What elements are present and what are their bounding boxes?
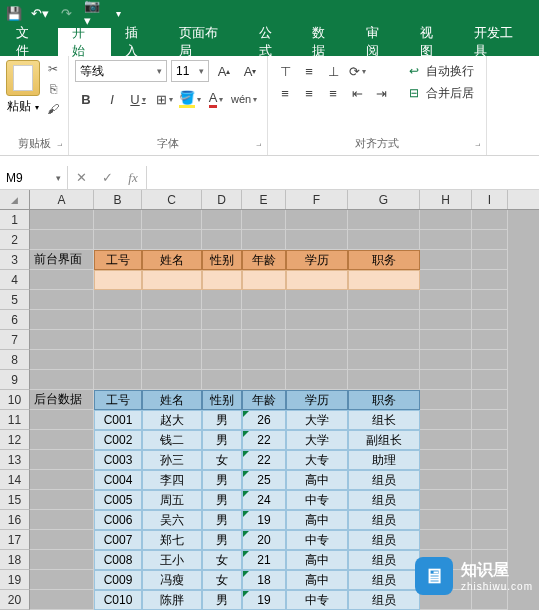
fx-icon[interactable]: fx xyxy=(120,170,146,186)
cell[interactable]: 中专 xyxy=(286,530,348,550)
qat-more-icon[interactable]: ▾ xyxy=(110,5,126,21)
cell[interactable] xyxy=(286,210,348,230)
row-header[interactable]: 1 xyxy=(0,210,30,230)
cell[interactable] xyxy=(30,230,94,250)
tab-layout[interactable]: 页面布局 xyxy=(165,28,244,56)
cell[interactable]: 19 xyxy=(242,510,286,530)
cell[interactable] xyxy=(472,330,508,350)
cell[interactable]: 助理 xyxy=(348,450,420,470)
row-header[interactable]: 2 xyxy=(0,230,30,250)
row-header[interactable]: 11 xyxy=(0,410,30,430)
cell[interactable] xyxy=(30,430,94,450)
cell[interactable] xyxy=(30,530,94,550)
col-header[interactable]: C xyxy=(142,190,202,209)
cell[interactable]: 25 xyxy=(242,470,286,490)
cell[interactable] xyxy=(242,370,286,390)
cell[interactable]: 大学 xyxy=(286,410,348,430)
cell[interactable] xyxy=(420,350,472,370)
cell[interactable] xyxy=(142,370,202,390)
cell[interactable] xyxy=(142,290,202,310)
cell[interactable] xyxy=(420,530,472,550)
cell[interactable]: 组员 xyxy=(348,570,420,590)
cell[interactable] xyxy=(286,350,348,370)
cell[interactable] xyxy=(420,310,472,330)
cell[interactable]: 男 xyxy=(202,470,242,490)
fill-color-button[interactable]: 🪣 xyxy=(179,88,201,110)
cell[interactable]: 周五 xyxy=(142,490,202,510)
cell[interactable] xyxy=(420,230,472,250)
cell[interactable]: 大专 xyxy=(286,450,348,470)
tab-formulas[interactable]: 公式 xyxy=(245,28,299,56)
cell[interactable] xyxy=(420,290,472,310)
cell[interactable]: 李四 xyxy=(142,470,202,490)
cell[interactable]: 性别 xyxy=(202,250,242,270)
row-header[interactable]: 7 xyxy=(0,330,30,350)
cell[interactable]: 年龄 xyxy=(242,390,286,410)
cell[interactable]: C004 xyxy=(94,470,142,490)
cell[interactable] xyxy=(472,450,508,470)
cell[interactable] xyxy=(286,290,348,310)
cell[interactable] xyxy=(202,370,242,390)
cell[interactable]: 21 xyxy=(242,550,286,570)
camera-icon[interactable]: 📷▾ xyxy=(84,5,100,21)
cell[interactable] xyxy=(472,430,508,450)
cell[interactable] xyxy=(30,210,94,230)
cell[interactable] xyxy=(472,270,508,290)
cell[interactable] xyxy=(472,530,508,550)
name-box[interactable]: M9 xyxy=(0,166,68,189)
cell[interactable] xyxy=(94,210,142,230)
cell[interactable]: 组员 xyxy=(348,590,420,610)
row-header[interactable]: 8 xyxy=(0,350,30,370)
cell[interactable]: 女 xyxy=(202,550,242,570)
cell[interactable]: 组长 xyxy=(348,410,420,430)
border-button[interactable]: ⊞ xyxy=(153,88,175,110)
cell[interactable] xyxy=(420,510,472,530)
cell[interactable] xyxy=(348,330,420,350)
cell[interactable]: 后台数据 xyxy=(30,390,94,410)
enter-formula-icon[interactable]: ✓ xyxy=(94,170,120,185)
cell[interactable]: 年龄 xyxy=(242,250,286,270)
cell[interactable] xyxy=(94,350,142,370)
orientation-icon[interactable]: ⟳ xyxy=(346,60,368,82)
bold-button[interactable]: B xyxy=(75,88,97,110)
col-header[interactable]: F xyxy=(286,190,348,209)
cell[interactable]: 20 xyxy=(242,530,286,550)
cell[interactable] xyxy=(420,370,472,390)
cell[interactable] xyxy=(420,410,472,430)
cell[interactable]: 18 xyxy=(242,570,286,590)
col-header[interactable]: G xyxy=(348,190,420,209)
cell[interactable]: 副组长 xyxy=(348,430,420,450)
cell[interactable]: 陈胖 xyxy=(142,590,202,610)
merge-center-button[interactable]: ⊟合并后居 xyxy=(400,82,480,104)
col-header[interactable]: E xyxy=(242,190,286,209)
row-header[interactable]: 13 xyxy=(0,450,30,470)
cell[interactable] xyxy=(202,330,242,350)
cell[interactable]: 职务 xyxy=(348,250,420,270)
align-middle-icon[interactable]: ≡ xyxy=(298,60,320,82)
undo-icon[interactable]: ↶▾ xyxy=(32,5,48,21)
select-all-corner[interactable] xyxy=(0,190,30,209)
cell[interactable] xyxy=(94,370,142,390)
increase-font-icon[interactable]: A▴ xyxy=(213,60,235,82)
col-header[interactable]: A xyxy=(30,190,94,209)
cell[interactable] xyxy=(242,210,286,230)
cell[interactable] xyxy=(30,510,94,530)
row-header[interactable]: 17 xyxy=(0,530,30,550)
cell[interactable] xyxy=(286,310,348,330)
cell[interactable] xyxy=(420,250,472,270)
cell[interactable]: 组员 xyxy=(348,510,420,530)
cell[interactable] xyxy=(202,270,242,290)
cell[interactable]: 王小 xyxy=(142,550,202,570)
cell[interactable]: 姓名 xyxy=(142,390,202,410)
italic-button[interactable]: I xyxy=(101,88,123,110)
cell[interactable]: C005 xyxy=(94,490,142,510)
cell[interactable] xyxy=(420,330,472,350)
cell[interactable] xyxy=(30,570,94,590)
cell[interactable]: 工号 xyxy=(94,250,142,270)
cell[interactable] xyxy=(472,310,508,330)
cell[interactable]: 姓名 xyxy=(142,250,202,270)
tab-file[interactable]: 文件 xyxy=(0,28,58,56)
cell[interactable]: 工号 xyxy=(94,390,142,410)
col-header[interactable]: H xyxy=(420,190,472,209)
cell[interactable] xyxy=(472,410,508,430)
